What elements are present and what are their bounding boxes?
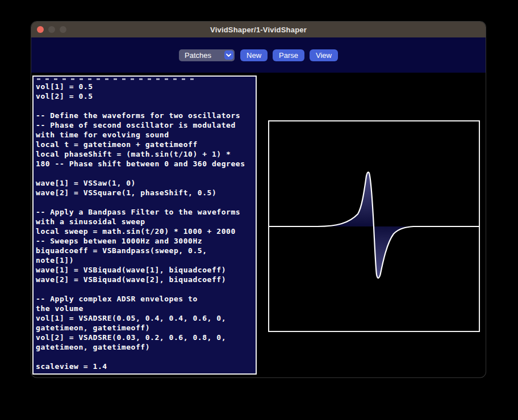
waveform-plot <box>269 121 479 331</box>
app-window: VividShaper/1-VividShaper Patches New Pa… <box>31 22 486 377</box>
zoom-button <box>60 26 66 33</box>
toolbar: Patches New Parse View <box>31 37 486 73</box>
parse-button[interactable]: Parse <box>273 49 304 61</box>
chevron-down-icon <box>224 51 233 60</box>
close-button[interactable] <box>37 26 44 33</box>
window-title: VividShaper/1-VividShaper <box>210 26 307 34</box>
waveform-curve <box>269 172 479 278</box>
window-controls <box>37 26 66 33</box>
titlebar: VividShaper/1-VividShaper <box>31 22 486 37</box>
waveform-panel <box>268 120 480 332</box>
new-button[interactable]: New <box>240 49 268 61</box>
clipped-text-line <box>37 78 198 80</box>
patches-dropdown-label: Patches <box>185 51 211 60</box>
desktop-background: VividShaper/1-VividShaper Patches New Pa… <box>0 0 518 420</box>
minimize-button <box>48 26 55 33</box>
code-editor[interactable]: vol[1] = 0.5 vol[2] = 0.5 -- Define the … <box>32 75 257 375</box>
code-text: vol[1] = 0.5 vol[2] = 0.5 -- Define the … <box>36 82 254 371</box>
view-button[interactable]: View <box>310 49 338 61</box>
patches-dropdown[interactable]: Patches <box>179 49 235 61</box>
toolbar-controls: Patches New Parse View <box>179 49 338 61</box>
